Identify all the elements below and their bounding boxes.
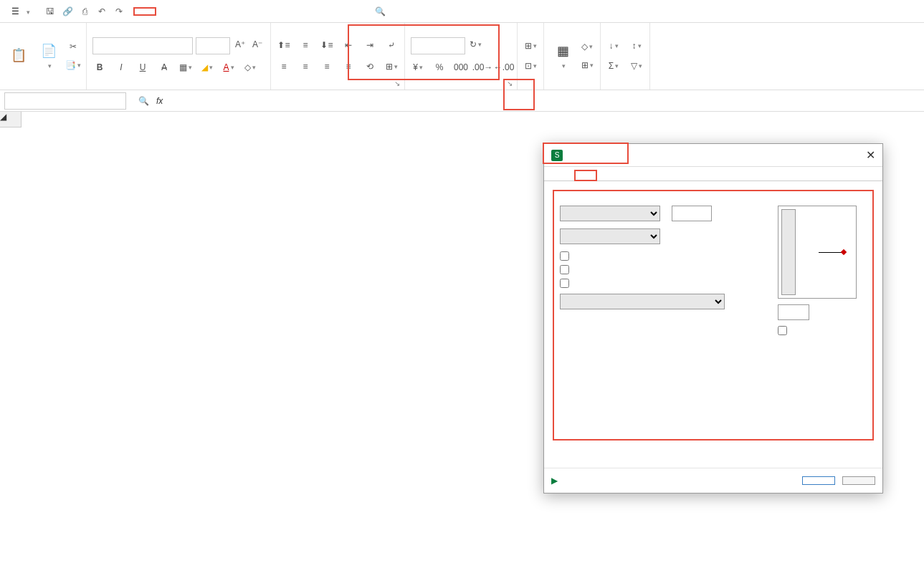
tab-data[interactable] (225, 7, 248, 16)
dialog-tab-font[interactable] (600, 170, 621, 180)
ribbon-tabs (133, 7, 363, 16)
v-align-select[interactable] (560, 228, 660, 244)
text-dir-select[interactable] (560, 294, 725, 309)
save-icon[interactable]: 🖫 (44, 6, 56, 17)
tab-formula[interactable] (202, 7, 225, 16)
file-menu[interactable]: ☰ (6, 4, 36, 19)
copy-icon[interactable]: 📑 (66, 58, 80, 72)
font-name-select[interactable] (92, 37, 193, 54)
comma-icon[interactable]: 000 (454, 60, 468, 74)
font-color-icon[interactable]: A (222, 60, 236, 74)
close-icon[interactable]: ✕ (866, 148, 875, 162)
align-top-icon[interactable]: ⬆≡ (277, 38, 291, 52)
orientation-icon[interactable]: ⟲ (363, 59, 377, 74)
align-center-icon[interactable]: ≡ (298, 59, 313, 74)
format-painter-button[interactable]: 📋 (6, 44, 32, 68)
group-label-font (92, 85, 265, 88)
indent-increase-icon[interactable]: ⇥ (363, 38, 377, 52)
number-dialog-launcher[interactable]: ↘ (507, 80, 515, 88)
formula-input[interactable] (168, 94, 455, 107)
group-clipboard: 📋 📄 ✂ 📑 (0, 23, 87, 90)
percent-icon[interactable]: % (432, 60, 447, 74)
strike-icon[interactable]: A̶ (157, 60, 171, 74)
cut-icon[interactable]: ✂ (66, 39, 80, 54)
app-icon: S (551, 150, 563, 161)
rowcol-button[interactable]: ⊞ (523, 39, 538, 53)
shrink-fit-checkbox[interactable] (560, 265, 569, 274)
undo-icon[interactable]: ↶ (96, 6, 108, 17)
indent-input[interactable] (672, 206, 712, 221)
highlight-box-alignment-panel (553, 190, 874, 440)
degree-input[interactable] (778, 304, 809, 320)
decrease-decimal-icon[interactable]: ←.00 (497, 60, 511, 74)
paste-icon: 📄 (40, 42, 57, 59)
vertical-text-checkbox[interactable] (778, 326, 787, 335)
cancel-button[interactable] (842, 476, 875, 485)
name-box[interactable] (4, 92, 126, 110)
fill-button[interactable]: ↓ (606, 39, 621, 53)
tab-view[interactable] (271, 7, 294, 16)
select-all-corner[interactable]: ◢ (0, 112, 22, 127)
wrap-text-checkbox[interactable] (560, 251, 569, 261)
increase-decimal-icon[interactable]: .00→ (475, 60, 490, 74)
table-style-icon[interactable]: ⊞ (580, 58, 594, 72)
bold-icon[interactable]: B (92, 60, 107, 74)
fill-color-icon[interactable]: ◢ (200, 60, 214, 74)
decrease-font-icon[interactable]: A⁻ (250, 37, 265, 52)
merge-cells-checkbox[interactable] (560, 279, 569, 288)
align-bottom-icon[interactable]: ⬇≡ (320, 38, 334, 52)
italic-icon[interactable]: I (114, 60, 128, 74)
dialog-body (544, 181, 882, 468)
orientation-canvas[interactable] (778, 206, 857, 299)
dialog-tab-border[interactable] (624, 170, 646, 180)
convert-button[interactable]: ↻ (468, 37, 482, 52)
zoom-icon[interactable]: 🔍 (136, 94, 151, 108)
tips-link[interactable]: ▶ (551, 476, 561, 486)
filter-button[interactable]: ▽ (629, 59, 644, 73)
ok-button[interactable] (802, 476, 835, 485)
tab-home[interactable] (133, 7, 156, 16)
highlight-icon[interactable]: ◇ (243, 60, 257, 74)
merge-button[interactable]: ⊞ (384, 59, 399, 74)
h-align-select[interactable] (560, 206, 660, 221)
dialog-tab-protect[interactable] (673, 170, 695, 180)
tab-tools[interactable] (294, 7, 317, 16)
align-right-icon[interactable]: ≡ (320, 59, 334, 74)
align-middle-icon[interactable]: ≡ (298, 38, 313, 52)
increase-font-icon[interactable]: A⁺ (233, 37, 247, 52)
tab-review[interactable] (248, 7, 271, 16)
conditional-icon: ▦ (554, 42, 571, 59)
print-icon[interactable]: ⎙ (79, 6, 90, 17)
cell-style-icon[interactable]: ◇ (580, 39, 594, 54)
border-icon[interactable]: ▦ (178, 60, 193, 74)
number-format-select[interactable] (411, 37, 465, 54)
dialog-tab-number[interactable] (550, 170, 571, 180)
ribbon: 📋 📄 ✂ 📑 A⁺ A⁻ (0, 23, 924, 90)
link-icon[interactable]: 🔗 (62, 6, 73, 17)
sum-button[interactable]: Σ (606, 59, 621, 73)
dialog-tab-pattern[interactable] (649, 170, 670, 180)
tab-efficiency[interactable] (340, 7, 363, 16)
dialog-tab-alignment[interactable] (574, 170, 597, 181)
group-label-alignment (277, 85, 399, 88)
paste-button[interactable]: 📄 (36, 39, 62, 72)
wrap-text-button[interactable]: ⤶ (384, 38, 399, 52)
tab-page[interactable] (179, 7, 202, 16)
tab-insert[interactable] (156, 7, 179, 16)
indent-decrease-icon[interactable]: ⇤ (341, 38, 356, 52)
tab-member[interactable] (317, 7, 340, 16)
worksheet-button[interactable]: ⊡ (523, 59, 538, 73)
conditional-format-button[interactable]: ▦ (550, 39, 576, 72)
search-icon[interactable]: 🔍 (374, 6, 386, 17)
group-label-editing (606, 85, 644, 88)
align-justify-icon[interactable]: ≡ (341, 59, 356, 74)
underline-icon[interactable]: U (135, 60, 150, 74)
currency-icon[interactable]: ¥ (411, 60, 425, 74)
sort-button[interactable]: ↕ (629, 39, 644, 53)
font-size-select[interactable] (196, 37, 230, 54)
fx-icon[interactable]: fx (156, 96, 163, 106)
alignment-dialog-launcher[interactable]: ↘ (394, 80, 403, 88)
orientation-dial[interactable] (801, 212, 850, 292)
redo-icon[interactable]: ↷ (113, 6, 125, 17)
align-left-icon[interactable]: ≡ (277, 59, 291, 74)
